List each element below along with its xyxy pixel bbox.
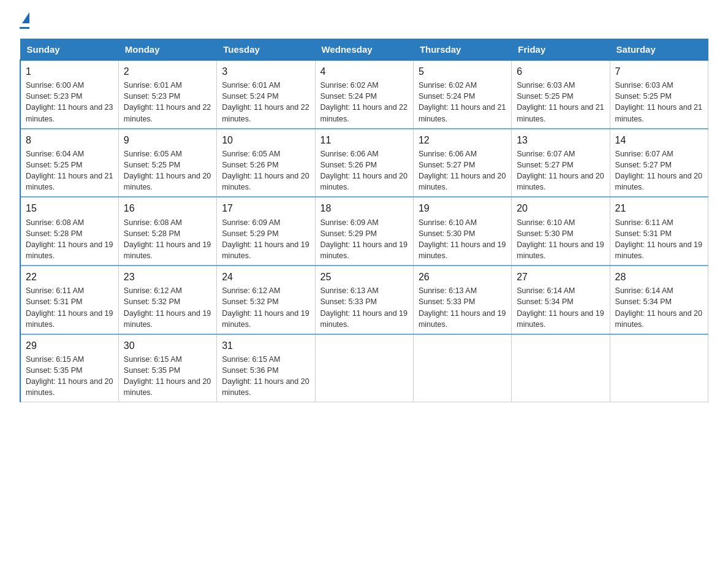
calendar-cell: 16Sunrise: 6:08 AMSunset: 5:28 PMDayligh… (118, 197, 216, 266)
day-number: 25 (320, 270, 408, 284)
calendar-cell: 28Sunrise: 6:14 AMSunset: 5:34 PMDayligh… (610, 266, 708, 334)
calendar-cell: 13Sunrise: 6:07 AMSunset: 5:27 PMDayligh… (512, 129, 610, 197)
day-number: 26 (419, 270, 506, 284)
day-number: 18 (320, 201, 408, 215)
calendar-table: SundayMondayTuesdayWednesdayThursdayFrid… (20, 39, 708, 402)
day-number: 3 (222, 64, 309, 79)
logo (20, 15, 29, 29)
calendar-cell: 2Sunrise: 6:01 AMSunset: 5:23 PMDaylight… (118, 60, 216, 129)
calendar-cell: 8Sunrise: 6:04 AMSunset: 5:25 PMDaylight… (20, 129, 118, 197)
calendar-cell: 26Sunrise: 6:13 AMSunset: 5:33 PMDayligh… (413, 266, 511, 334)
day-number: 22 (26, 270, 113, 284)
day-number: 20 (517, 201, 604, 215)
logo-underline (20, 27, 29, 29)
day-number: 21 (615, 201, 703, 215)
day-info: Sunrise: 6:05 AMSunset: 5:26 PMDaylight:… (222, 150, 309, 191)
calendar-cell: 30Sunrise: 6:15 AMSunset: 5:35 PMDayligh… (118, 334, 216, 402)
calendar-cell (413, 334, 511, 402)
day-number: 8 (26, 133, 113, 147)
day-number: 12 (419, 133, 506, 147)
col-header-monday: Monday (118, 39, 216, 61)
day-info: Sunrise: 6:06 AMSunset: 5:26 PMDaylight:… (320, 150, 408, 191)
week-row-5: 29Sunrise: 6:15 AMSunset: 5:35 PMDayligh… (20, 334, 708, 402)
day-info: Sunrise: 6:12 AMSunset: 5:32 PMDaylight:… (124, 286, 211, 328)
day-info: Sunrise: 6:01 AMSunset: 5:23 PMDaylight:… (124, 81, 211, 123)
calendar-cell: 27Sunrise: 6:14 AMSunset: 5:34 PMDayligh… (512, 266, 610, 334)
calendar-cell (315, 334, 413, 402)
day-info: Sunrise: 6:10 AMSunset: 5:30 PMDaylight:… (419, 218, 506, 260)
day-info: Sunrise: 6:08 AMSunset: 5:28 PMDaylight:… (26, 218, 113, 260)
day-number: 5 (419, 64, 506, 79)
col-header-sunday: Sunday (20, 39, 118, 61)
day-info: Sunrise: 6:11 AMSunset: 5:31 PMDaylight:… (615, 218, 702, 260)
day-info: Sunrise: 6:09 AMSunset: 5:29 PMDaylight:… (222, 218, 309, 260)
day-info: Sunrise: 6:15 AMSunset: 5:36 PMDaylight:… (222, 355, 309, 397)
day-info: Sunrise: 6:13 AMSunset: 5:33 PMDaylight:… (320, 286, 408, 328)
day-number: 11 (320, 133, 408, 147)
day-number: 17 (222, 201, 309, 215)
day-info: Sunrise: 6:06 AMSunset: 5:27 PMDaylight:… (419, 150, 506, 191)
calendar-cell: 9Sunrise: 6:05 AMSunset: 5:25 PMDaylight… (118, 129, 216, 197)
calendar-cell: 22Sunrise: 6:11 AMSunset: 5:31 PMDayligh… (20, 266, 118, 334)
calendar-cell: 31Sunrise: 6:15 AMSunset: 5:36 PMDayligh… (217, 334, 315, 402)
calendar-cell: 20Sunrise: 6:10 AMSunset: 5:30 PMDayligh… (512, 197, 610, 266)
calendar-cell: 11Sunrise: 6:06 AMSunset: 5:26 PMDayligh… (315, 129, 413, 197)
col-header-saturday: Saturday (610, 39, 708, 61)
calendar-cell: 18Sunrise: 6:09 AMSunset: 5:29 PMDayligh… (315, 197, 413, 266)
header-row: SundayMondayTuesdayWednesdayThursdayFrid… (20, 39, 708, 61)
calendar-cell: 23Sunrise: 6:12 AMSunset: 5:32 PMDayligh… (118, 266, 216, 334)
day-info: Sunrise: 6:12 AMSunset: 5:32 PMDaylight:… (222, 286, 309, 328)
day-info: Sunrise: 6:01 AMSunset: 5:24 PMDaylight:… (222, 81, 309, 123)
day-number: 9 (124, 133, 211, 147)
day-info: Sunrise: 6:05 AMSunset: 5:25 PMDaylight:… (124, 150, 211, 191)
calendar-cell: 3Sunrise: 6:01 AMSunset: 5:24 PMDaylight… (217, 60, 315, 129)
calendar-cell: 5Sunrise: 6:02 AMSunset: 5:24 PMDaylight… (413, 60, 511, 129)
day-info: Sunrise: 6:03 AMSunset: 5:25 PMDaylight:… (517, 81, 604, 123)
day-number: 28 (615, 270, 703, 284)
day-number: 15 (26, 201, 113, 215)
col-header-friday: Friday (512, 39, 610, 61)
day-number: 29 (26, 339, 113, 353)
calendar-cell: 24Sunrise: 6:12 AMSunset: 5:32 PMDayligh… (217, 266, 315, 334)
calendar-cell: 12Sunrise: 6:06 AMSunset: 5:27 PMDayligh… (413, 129, 511, 197)
day-info: Sunrise: 6:03 AMSunset: 5:25 PMDaylight:… (615, 81, 702, 123)
day-info: Sunrise: 6:04 AMSunset: 5:25 PMDaylight:… (26, 150, 113, 191)
col-header-thursday: Thursday (413, 39, 511, 61)
day-info: Sunrise: 6:15 AMSunset: 5:35 PMDaylight:… (26, 355, 113, 397)
day-number: 2 (124, 64, 211, 79)
col-header-wednesday: Wednesday (315, 39, 413, 61)
calendar-cell: 21Sunrise: 6:11 AMSunset: 5:31 PMDayligh… (610, 197, 708, 266)
day-info: Sunrise: 6:11 AMSunset: 5:31 PMDaylight:… (26, 286, 113, 328)
day-info: Sunrise: 6:13 AMSunset: 5:33 PMDaylight:… (419, 286, 506, 328)
calendar-cell (610, 334, 708, 402)
calendar-cell (512, 334, 610, 402)
day-info: Sunrise: 6:02 AMSunset: 5:24 PMDaylight:… (320, 81, 408, 123)
calendar-cell: 29Sunrise: 6:15 AMSunset: 5:35 PMDayligh… (20, 334, 118, 402)
day-info: Sunrise: 6:08 AMSunset: 5:28 PMDaylight:… (124, 218, 211, 260)
calendar-cell: 19Sunrise: 6:10 AMSunset: 5:30 PMDayligh… (413, 197, 511, 266)
week-row-3: 15Sunrise: 6:08 AMSunset: 5:28 PMDayligh… (20, 197, 708, 266)
day-number: 31 (222, 339, 309, 353)
calendar-cell: 7Sunrise: 6:03 AMSunset: 5:25 PMDaylight… (610, 60, 708, 129)
day-info: Sunrise: 6:14 AMSunset: 5:34 PMDaylight:… (615, 286, 702, 328)
day-info: Sunrise: 6:07 AMSunset: 5:27 PMDaylight:… (615, 150, 702, 191)
day-info: Sunrise: 6:02 AMSunset: 5:24 PMDaylight:… (419, 81, 506, 123)
day-number: 16 (124, 201, 211, 215)
page-header (20, 15, 708, 29)
day-info: Sunrise: 6:09 AMSunset: 5:29 PMDaylight:… (320, 218, 408, 260)
day-number: 1 (26, 64, 113, 79)
day-number: 6 (517, 64, 604, 79)
week-row-1: 1Sunrise: 6:00 AMSunset: 5:23 PMDaylight… (20, 60, 708, 129)
day-number: 24 (222, 270, 309, 284)
day-number: 30 (124, 339, 211, 353)
calendar-cell: 6Sunrise: 6:03 AMSunset: 5:25 PMDaylight… (512, 60, 610, 129)
calendar-cell: 10Sunrise: 6:05 AMSunset: 5:26 PMDayligh… (217, 129, 315, 197)
day-number: 14 (615, 133, 703, 147)
calendar-cell: 4Sunrise: 6:02 AMSunset: 5:24 PMDaylight… (315, 60, 413, 129)
day-number: 27 (517, 270, 604, 284)
day-number: 4 (320, 64, 408, 79)
calendar-cell: 17Sunrise: 6:09 AMSunset: 5:29 PMDayligh… (217, 197, 315, 266)
day-info: Sunrise: 6:10 AMSunset: 5:30 PMDaylight:… (517, 218, 604, 260)
calendar-cell: 15Sunrise: 6:08 AMSunset: 5:28 PMDayligh… (20, 197, 118, 266)
calendar-cell: 1Sunrise: 6:00 AMSunset: 5:23 PMDaylight… (20, 60, 118, 129)
